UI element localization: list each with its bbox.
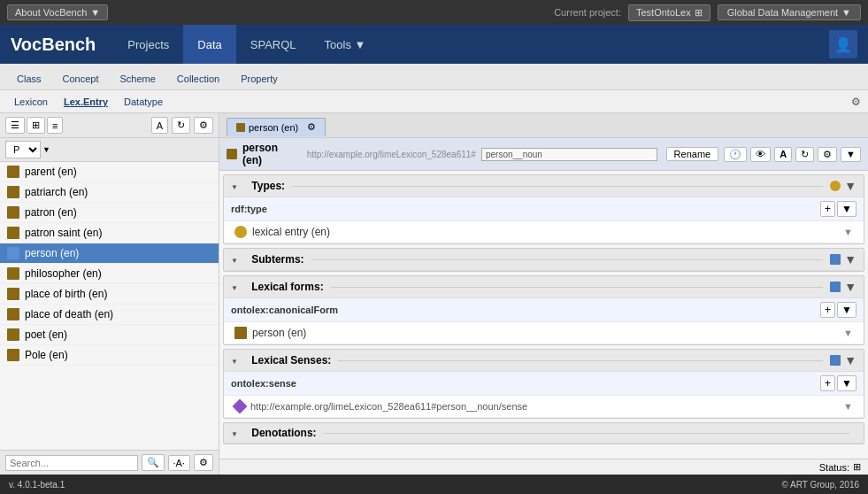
subterms-header-line	[311, 259, 824, 260]
tab-datatype[interactable]: Datatype	[117, 95, 170, 109]
canonical-value-menu-btn[interactable]: ▼	[843, 328, 853, 338]
font-btn[interactable]: A	[151, 117, 168, 134]
types-header-line	[292, 186, 823, 187]
list-item-selected[interactable]: person (en)	[0, 243, 219, 264]
view-btn[interactable]: 👁	[750, 147, 771, 162]
entry-label: person (en)	[25, 247, 79, 259]
subtab-settings-icon[interactable]: ⚙	[851, 96, 861, 108]
sense-diamond-icon	[233, 399, 248, 414]
rdftype-menu-btn[interactable]: ▼	[837, 201, 856, 217]
right-tab-bar: person (en) ⚙	[219, 113, 868, 138]
sense-actions: + ▼	[820, 375, 856, 391]
sense-value-row: http://example.org/limeLexicon_528ea611#…	[224, 396, 864, 418]
section-types: Types: ▼ rdf:type + ▼ lexi	[223, 174, 864, 244]
lexsenses-spacer	[243, 354, 246, 367]
sense-value-menu-btn[interactable]: ▼	[843, 401, 853, 412]
list-item[interactable]: patriarch (en)	[0, 182, 219, 203]
list-item[interactable]: Pole (en)	[0, 345, 219, 366]
font-size-btn[interactable]: A	[774, 147, 792, 162]
global-dropdown-icon: ▼	[841, 7, 851, 18]
nav-sparql[interactable]: SPARQL	[236, 25, 311, 64]
tab-scheme[interactable]: Scheme	[111, 70, 165, 87]
right-tab-person[interactable]: person (en) ⚙	[227, 118, 326, 136]
subterms-menu-btn[interactable]: ▼	[844, 252, 856, 266]
list-item[interactable]: patron saint (en)	[0, 223, 219, 243]
list-item[interactable]: parent (en)	[0, 162, 219, 182]
settings-detail-btn[interactable]: ⚙	[818, 147, 837, 162]
entry-icon	[7, 349, 19, 361]
header-nav: VocBench Projects Data SPARQL Tools ▼ 👤	[0, 25, 868, 64]
entry-icon	[7, 328, 19, 341]
entry-label: parent (en)	[25, 166, 77, 178]
value-row: lexical entry (en) ▼	[224, 221, 864, 243]
add-rdftype-btn[interactable]: +	[820, 201, 835, 217]
entry-icon	[7, 166, 19, 178]
entry-icon	[7, 247, 19, 259]
search-button[interactable]: 🔍	[142, 454, 165, 471]
settings-btn[interactable]: ⚙	[194, 117, 213, 134]
tab-concept[interactable]: Concept	[53, 70, 109, 87]
section-lexsenses: Lexical Senses: ▼ ontolex:sense + ▼	[223, 349, 864, 419]
alpha-select[interactable]: P ABCD EFGH	[5, 141, 41, 158]
about-button[interactable]: About VocBench ▼	[7, 4, 108, 20]
refresh-detail-btn[interactable]: ↻	[795, 147, 814, 162]
add-sense-btn[interactable]: +	[820, 375, 835, 391]
section-subterms-header[interactable]: Subterms: ▼	[224, 249, 864, 271]
tab-label: person (en)	[249, 122, 298, 133]
section-denotations-header[interactable]: Denotations:	[224, 423, 864, 444]
rename-button[interactable]: Rename	[666, 147, 719, 161]
search-input[interactable]	[5, 455, 138, 471]
view-btn-3[interactable]: ≡	[47, 117, 63, 134]
list-item[interactable]: poet (en)	[0, 325, 219, 345]
section-lexforms: Lexical forms: ▼ ontolex:canonicalForm +…	[223, 275, 864, 345]
value-menu-btn[interactable]: ▼	[843, 227, 853, 237]
nav-data[interactable]: Data	[183, 25, 235, 64]
section-types-header[interactable]: Types: ▼	[224, 175, 864, 197]
nav-projects[interactable]: Projects	[113, 25, 183, 64]
tab-collection[interactable]: Collection	[167, 70, 229, 87]
types-title: Types:	[251, 180, 285, 192]
tab-lexicon[interactable]: Lexicon	[7, 95, 55, 109]
nav-tools[interactable]: Tools ▼	[311, 25, 380, 64]
search-settings-btn[interactable]: ⚙	[194, 454, 213, 471]
detail-fragment-input[interactable]	[481, 148, 657, 161]
tab-property[interactable]: Property	[231, 70, 288, 87]
user-avatar[interactable]: 👤	[829, 30, 857, 58]
canonical-menu-btn[interactable]: ▼	[837, 302, 856, 318]
project-settings-icon: ⊞	[695, 7, 703, 19]
property-row-canonical: ontolex:canonicalForm + ▼	[224, 298, 864, 322]
section-lexsenses-header[interactable]: Lexical Senses: ▼	[224, 350, 864, 372]
global-data-button[interactable]: Global Data Management ▼	[718, 4, 861, 20]
tab-class[interactable]: Class	[7, 70, 51, 87]
project-name-box[interactable]: TestOntoLex ⊞	[628, 4, 711, 21]
view-btn-2[interactable]: ⊞	[27, 117, 45, 134]
tab-lex-entry[interactable]: Lex.Entry	[57, 95, 115, 109]
history-btn[interactable]: 🕐	[724, 147, 747, 162]
list-item[interactable]: patron (en)	[0, 203, 219, 223]
types-content: rdf:type + ▼ lexical entry (en) ▼	[224, 197, 864, 243]
refresh-btn[interactable]: ↻	[172, 117, 190, 134]
lexforms-menu-btn[interactable]: ▼	[844, 280, 856, 294]
list-item[interactable]: place of death (en)	[0, 305, 219, 325]
types-menu-btn[interactable]: ▼	[844, 179, 856, 193]
entry-icon	[7, 308, 19, 320]
view-btn-1[interactable]: ☰	[5, 117, 25, 134]
status-label: Status:	[819, 462, 849, 473]
tab-settings-icon[interactable]: ⚙	[307, 121, 316, 133]
property-actions: + ▼	[820, 201, 856, 217]
add-canonical-btn[interactable]: +	[820, 302, 835, 318]
lexforms-content: ontolex:canonicalForm + ▼ person (en) ▼	[224, 298, 864, 344]
status-bar: v. 4.0.1-beta.1 © ART Group, 2016	[0, 475, 868, 494]
lexforms-spacer	[243, 281, 246, 293]
list-item[interactable]: philosopher (en)	[0, 264, 219, 284]
entry-label: place of death (en)	[25, 308, 113, 320]
list-item[interactable]: place of birth (en)	[0, 284, 219, 305]
search-options-btn[interactable]: ·A·	[168, 455, 190, 471]
sense-menu-btn[interactable]: ▼	[837, 375, 856, 391]
top-bar-left: About VocBench ▼	[7, 4, 108, 20]
section-lexforms-header[interactable]: Lexical forms: ▼	[224, 276, 864, 298]
more-btn[interactable]: ▼	[841, 147, 861, 162]
sections-container: Types: ▼ rdf:type + ▼ lexi	[219, 171, 868, 459]
lexsenses-menu-btn[interactable]: ▼	[844, 353, 856, 367]
sense-url-text: http://example.org/limeLexicon_528ea611#…	[250, 401, 838, 412]
